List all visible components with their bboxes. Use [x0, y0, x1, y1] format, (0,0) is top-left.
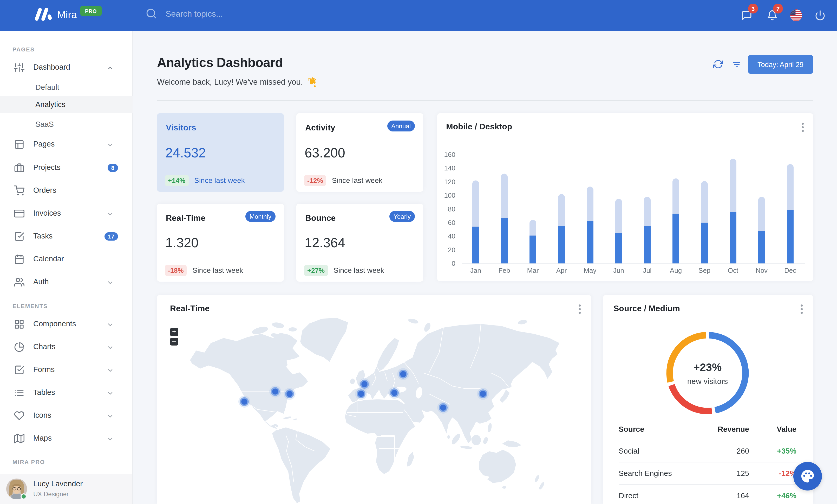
svg-text:Feb: Feb	[499, 266, 510, 274]
svg-text:140: 140	[444, 164, 456, 172]
svg-text:120: 120	[444, 178, 456, 186]
svg-text:May: May	[584, 266, 596, 274]
svg-text:60: 60	[448, 219, 456, 226]
svg-text:20: 20	[448, 246, 456, 254]
svg-text:100: 100	[444, 191, 456, 199]
svg-text:Aug: Aug	[670, 266, 682, 274]
svg-text:Oct: Oct	[728, 266, 738, 274]
svg-text:40: 40	[448, 232, 456, 240]
svg-text:Sep: Sep	[698, 266, 710, 274]
svg-text:Mar: Mar	[527, 266, 539, 274]
svg-text:Jul: Jul	[643, 266, 652, 274]
svg-text:Jan: Jan	[470, 266, 481, 274]
svg-text:Jun: Jun	[613, 266, 624, 274]
svg-text:Apr: Apr	[556, 266, 567, 274]
svg-text:160: 160	[444, 151, 456, 158]
svg-text:Nov: Nov	[755, 266, 768, 274]
svg-text:80: 80	[448, 205, 456, 213]
svg-text:Dec: Dec	[784, 266, 796, 274]
svg-text:0: 0	[452, 260, 456, 267]
